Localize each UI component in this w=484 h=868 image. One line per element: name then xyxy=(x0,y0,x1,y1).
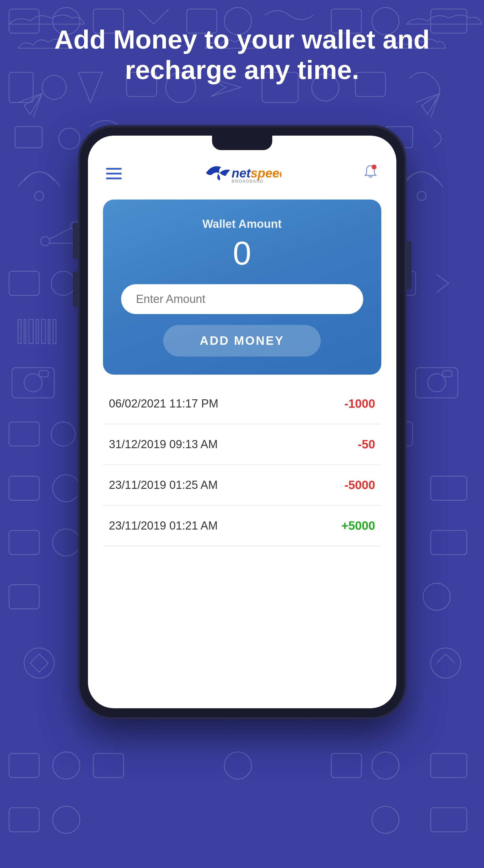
svg-rect-76 xyxy=(431,476,467,500)
tx-date-3: 23/11/2019 01:25 AM xyxy=(109,478,218,492)
tx-date-2: 31/12/2019 09:13 AM xyxy=(109,438,218,451)
tx-amount-2: -50 xyxy=(358,438,375,451)
table-row: 31/12/2019 09:13 AM -50 xyxy=(103,424,381,465)
svg-point-22 xyxy=(35,191,44,200)
svg-rect-103 xyxy=(9,808,39,832)
svg-rect-105 xyxy=(431,808,467,832)
svg-rect-37 xyxy=(9,271,39,296)
phone-wrapper: netspeed BROADBAND Wallet Amount 0 xyxy=(79,127,405,717)
tx-amount-1: -1000 xyxy=(344,397,375,410)
svg-text:netspeed: netspeed xyxy=(232,166,281,180)
svg-rect-96 xyxy=(9,753,39,778)
svg-point-24 xyxy=(417,191,426,200)
table-row: 23/11/2019 01:25 AM -5000 xyxy=(103,465,381,506)
svg-rect-46 xyxy=(29,319,33,344)
svg-point-75 xyxy=(53,475,80,502)
tx-date-1: 06/02/2021 11:17 PM xyxy=(109,397,218,410)
hero-text: Add Money to your wallet and recharge an… xyxy=(0,24,484,85)
svg-rect-50 xyxy=(53,319,56,344)
svg-point-68 xyxy=(51,422,75,446)
svg-point-99 xyxy=(224,752,252,779)
svg-rect-15 xyxy=(15,127,42,148)
svg-point-82 xyxy=(423,583,450,610)
menu-line-3 xyxy=(106,178,122,179)
enter-amount-input[interactable] xyxy=(136,293,348,306)
svg-rect-102 xyxy=(431,753,467,778)
svg-rect-47 xyxy=(36,319,38,344)
svg-point-106 xyxy=(372,806,399,833)
tx-amount-4: +5000 xyxy=(341,519,375,532)
wallet-amount-value: 0 xyxy=(121,237,363,270)
phone-outer: netspeed BROADBAND Wallet Amount 0 xyxy=(79,127,405,717)
table-row: 23/11/2019 01:21 AM +5000 xyxy=(103,506,381,547)
svg-rect-60 xyxy=(39,371,48,377)
menu-line-2 xyxy=(106,173,122,175)
app-logo: netspeed BROADBAND xyxy=(203,161,281,186)
phone-notch xyxy=(212,135,272,150)
svg-rect-100 xyxy=(331,753,361,778)
svg-text:BROADBAND: BROADBAND xyxy=(232,179,264,184)
svg-point-16 xyxy=(59,128,80,149)
wallet-label: Wallet Amount xyxy=(121,218,363,230)
app-header: netspeed BROADBAND xyxy=(88,150,396,193)
hero-text-content: Add Money to your wallet and recharge an… xyxy=(54,24,430,85)
svg-rect-81 xyxy=(9,585,39,609)
svg-point-38 xyxy=(51,271,75,296)
svg-rect-48 xyxy=(41,319,45,344)
svg-point-90 xyxy=(431,648,461,678)
svg-point-97 xyxy=(53,752,80,779)
svg-rect-66 xyxy=(443,371,452,377)
svg-line-28 xyxy=(50,228,71,239)
svg-point-89 xyxy=(24,648,54,678)
svg-point-104 xyxy=(53,806,80,833)
svg-rect-45 xyxy=(24,319,26,344)
svg-rect-74 xyxy=(9,476,39,500)
svg-rect-98 xyxy=(93,753,124,778)
table-row: 06/02/2021 11:17 PM -1000 xyxy=(103,384,381,424)
amount-input-wrapper[interactable] xyxy=(121,284,363,314)
svg-rect-44 xyxy=(18,319,21,344)
svg-rect-80 xyxy=(431,530,467,555)
svg-point-109 xyxy=(372,164,377,169)
add-money-button[interactable]: ADD MONEY xyxy=(163,325,321,356)
phone-screen: netspeed BROADBAND Wallet Amount 0 xyxy=(88,135,396,708)
svg-point-101 xyxy=(372,752,399,779)
notification-bell-button[interactable] xyxy=(363,164,378,183)
tx-amount-3: -5000 xyxy=(344,478,375,492)
svg-point-25 xyxy=(41,237,50,246)
svg-rect-78 xyxy=(9,530,39,555)
wallet-card: Wallet Amount 0 ADD MONEY xyxy=(103,199,381,375)
svg-point-79 xyxy=(53,529,80,556)
svg-rect-49 xyxy=(48,319,50,344)
menu-button[interactable] xyxy=(106,168,122,179)
logo-svg: netspeed BROADBAND xyxy=(203,161,281,185)
tx-date-4: 23/11/2019 01:21 AM xyxy=(109,519,218,532)
transaction-list: 06/02/2021 11:17 PM -1000 31/12/2019 09:… xyxy=(88,375,396,555)
menu-line-1 xyxy=(106,168,122,170)
svg-rect-67 xyxy=(9,422,39,446)
